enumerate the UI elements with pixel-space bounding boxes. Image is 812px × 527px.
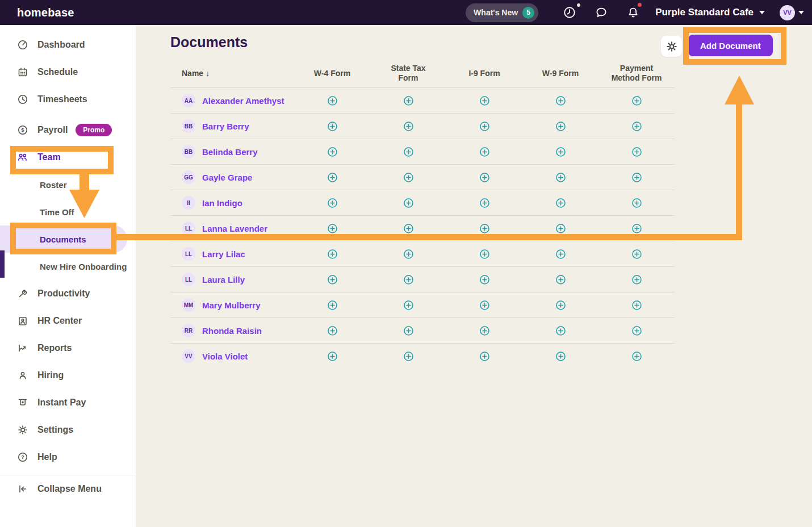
add-form-icon[interactable] <box>480 147 489 157</box>
add-form-icon[interactable] <box>556 122 566 131</box>
employee-name-link[interactable]: Viola Violet <box>202 352 248 361</box>
add-form-icon[interactable] <box>556 326 566 336</box>
sidebar-subitem-documents[interactable]: Documents <box>0 225 127 253</box>
add-form-icon[interactable] <box>328 198 337 208</box>
sidebar-item-schedule[interactable]: Schedule <box>0 58 136 86</box>
add-form-icon[interactable] <box>328 326 337 336</box>
name-cell: VV Viola Violet <box>170 349 294 363</box>
add-form-icon[interactable] <box>556 173 566 182</box>
add-form-icon[interactable] <box>632 326 642 336</box>
employee-name-link[interactable]: Gayle Grape <box>202 173 252 182</box>
add-form-icon[interactable] <box>480 96 489 106</box>
sidebar-item-label: Hiring <box>37 370 64 380</box>
add-form-icon[interactable] <box>404 173 413 182</box>
sidebar-item-reports[interactable]: Reports <box>0 334 136 362</box>
add-form-icon[interactable] <box>404 326 413 336</box>
add-form-icon[interactable] <box>328 96 337 106</box>
sidebar-subitem-new-hire-onboarding[interactable]: New Hire Onboarding <box>0 253 136 280</box>
sidebar-item-productivity[interactable]: Productivity <box>0 280 136 307</box>
add-form-icon[interactable] <box>556 198 566 208</box>
employee-name-link[interactable]: Mary Mulberry <box>202 300 261 310</box>
add-form-icon[interactable] <box>556 300 566 310</box>
employee-name-link[interactable]: Barry Berry <box>202 122 249 131</box>
add-form-icon[interactable] <box>556 224 566 233</box>
add-form-icon[interactable] <box>404 300 413 310</box>
add-form-icon[interactable] <box>404 224 413 233</box>
whats-new-button[interactable]: What's New 5 <box>466 3 538 22</box>
notifications-bell-icon[interactable] <box>626 5 641 20</box>
employee-name-link[interactable]: Alexander Amethyst <box>202 96 284 106</box>
employee-name-link[interactable]: Ian Indigo <box>202 198 242 208</box>
sort-descending-icon: ↓ <box>206 69 210 78</box>
add-form-icon[interactable] <box>556 275 566 285</box>
add-form-icon[interactable] <box>632 147 642 157</box>
add-form-icon[interactable] <box>404 198 413 208</box>
sidebar-item-help[interactable]: ? Help <box>0 444 136 471</box>
add-form-icon[interactable] <box>480 352 489 361</box>
sidebar-item-timesheets[interactable]: Timesheets <box>0 86 136 113</box>
employee-name-link[interactable]: Rhonda Raisin <box>202 326 262 336</box>
add-form-icon[interactable] <box>328 300 337 310</box>
add-document-button[interactable]: Add Document <box>688 35 773 56</box>
add-form-icon[interactable] <box>632 249 642 259</box>
add-form-icon[interactable] <box>480 249 489 259</box>
time-clock-icon[interactable] <box>562 5 577 20</box>
add-form-icon[interactable] <box>632 300 642 310</box>
sidebar-subitem-roster[interactable]: Roster <box>0 171 136 198</box>
add-form-icon[interactable] <box>556 352 566 361</box>
add-w9-form-cell <box>522 300 598 310</box>
add-form-icon[interactable] <box>632 122 642 131</box>
add-form-icon[interactable] <box>632 173 642 182</box>
add-state-tax-form-cell <box>370 147 446 157</box>
add-form-icon[interactable] <box>480 198 489 208</box>
add-form-icon[interactable] <box>480 300 489 310</box>
add-form-icon[interactable] <box>480 122 489 131</box>
add-form-icon[interactable] <box>328 147 337 157</box>
add-form-icon[interactable] <box>328 224 337 233</box>
messages-icon[interactable] <box>594 5 609 20</box>
add-form-icon[interactable] <box>632 352 642 361</box>
sidebar-item-instant-pay[interactable]: Instant Pay <box>0 389 136 416</box>
user-menu[interactable]: VV <box>780 5 804 20</box>
column-header-name[interactable]: Name↓ <box>170 69 294 78</box>
table-settings-button[interactable] <box>661 36 682 57</box>
sidebar-item-dashboard[interactable]: Dashboard <box>0 31 136 58</box>
add-form-icon[interactable] <box>404 249 413 259</box>
add-form-icon[interactable] <box>556 96 566 106</box>
add-form-icon[interactable] <box>404 147 413 157</box>
add-form-icon[interactable] <box>404 96 413 106</box>
add-form-icon[interactable] <box>404 122 413 131</box>
add-form-icon[interactable] <box>328 275 337 285</box>
add-form-icon[interactable] <box>404 352 413 361</box>
add-form-icon[interactable] <box>480 173 489 182</box>
add-form-icon[interactable] <box>556 249 566 259</box>
add-form-icon[interactable] <box>328 122 337 131</box>
add-form-icon[interactable] <box>632 275 642 285</box>
sidebar-subitem-time-off[interactable]: Time Off <box>0 198 136 225</box>
employee-name-link[interactable]: Lanna Lavender <box>202 224 267 233</box>
sidebar-item-payroll[interactable]: $ Payroll Promo <box>0 116 136 144</box>
sidebar-item-team[interactable]: Team <box>0 144 136 171</box>
sidebar-item-hiring[interactable]: Hiring <box>0 362 136 389</box>
add-w4-form-cell <box>294 224 370 233</box>
add-form-icon[interactable] <box>480 224 489 233</box>
employee-name-link[interactable]: Larry Lilac <box>202 249 245 259</box>
add-form-icon[interactable] <box>404 275 413 285</box>
add-form-icon[interactable] <box>328 352 337 361</box>
add-form-icon[interactable] <box>328 249 337 259</box>
add-form-icon[interactable] <box>480 326 489 336</box>
company-selector[interactable]: Purple Standard Cafe <box>655 7 765 18</box>
add-form-icon[interactable] <box>632 224 642 233</box>
sidebar-item-hr-center[interactable]: HR Center <box>0 307 136 334</box>
sidebar-item-settings[interactable]: Settings <box>0 416 136 444</box>
add-form-icon[interactable] <box>480 275 489 285</box>
add-form-icon[interactable] <box>632 198 642 208</box>
add-form-icon[interactable] <box>556 147 566 157</box>
avatar: VV <box>780 5 795 20</box>
add-form-icon[interactable] <box>328 173 337 182</box>
employee-name-link[interactable]: Laura Lilly <box>202 275 245 285</box>
add-form-icon[interactable] <box>632 96 642 106</box>
add-w9-form-cell <box>522 275 598 285</box>
collapse-menu-button[interactable]: Collapse Menu <box>0 475 136 503</box>
employee-name-link[interactable]: Belinda Berry <box>202 147 258 157</box>
